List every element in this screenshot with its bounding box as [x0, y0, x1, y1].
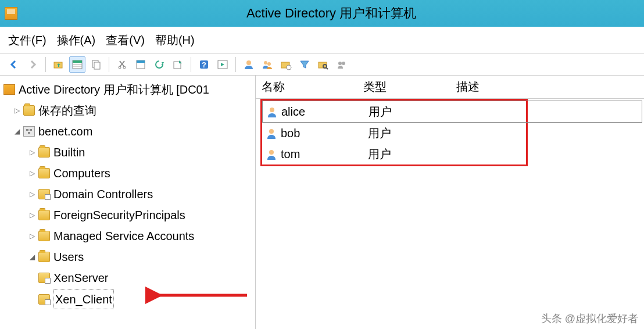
tree-domain[interactable]: ◢ benet.com [2, 121, 253, 142]
tree-saved-queries[interactable]: ▷ 保存的查询 [2, 100, 253, 121]
add-to-group-button[interactable] [334, 56, 350, 73]
refresh-button[interactable] [151, 56, 167, 73]
svg-point-16 [264, 61, 267, 65]
user-icon [266, 127, 277, 139]
ou-icon [38, 273, 50, 283]
toolbar: ? [0, 53, 644, 76]
list-pane[interactable]: 名称 类型 描述 alice 用户 bob 用户 tom 用户 [256, 76, 644, 329]
folder-icon [38, 231, 50, 241]
new-group-button[interactable] [259, 56, 276, 73]
expand-icon[interactable]: ▷ [28, 211, 36, 219]
properties-button[interactable] [133, 56, 149, 73]
titlebar: Active Directory 用户和计算机 [0, 0, 644, 27]
menu-help[interactable]: 帮助(H) [155, 33, 195, 48]
run-button[interactable] [214, 56, 231, 73]
toolbar-separator [109, 57, 109, 72]
tree-users-label: Users [53, 248, 84, 266]
list-row[interactable]: alice 用户 [262, 101, 642, 123]
expand-icon[interactable]: ▷ [13, 106, 21, 115]
tree-managed-service-accounts[interactable]: ▷ Managed Service Accounts [2, 226, 253, 246]
menubar: 文件(F) 操作(A) 查看(V) 帮助(H) [0, 27, 644, 53]
forward-button[interactable] [24, 56, 41, 73]
svg-text:?: ? [202, 60, 206, 69]
svg-point-24 [342, 62, 345, 65]
domain-icon [23, 126, 35, 137]
menu-action[interactable]: 操作(A) [57, 33, 96, 48]
new-user-button[interactable] [241, 56, 257, 73]
expand-icon[interactable]: ▷ [28, 169, 36, 177]
watermark: 头条 @虚拟化爱好者 [541, 312, 638, 326]
list-cell-type: 用户 [368, 103, 461, 120]
menu-file[interactable]: 文件(F) [8, 33, 46, 48]
tree-xenserver[interactable]: XenServer [2, 267, 253, 288]
tree-msa-label: Managed Service Accounts [53, 227, 194, 245]
tree-root-label: Active Directory 用户和计算机 [DC01 [19, 80, 209, 99]
cut-button[interactable] [114, 56, 130, 73]
window-title: Active Directory 用户和计算机 [23, 5, 639, 22]
list-cell-name: alice [281, 103, 368, 120]
svg-point-27 [269, 150, 274, 155]
column-header-type[interactable]: 类型 [363, 79, 456, 95]
list-cell-type: 用户 [368, 125, 461, 141]
tree-root[interactable]: Active Directory 用户和计算机 [DC01 [2, 79, 253, 100]
expand-icon[interactable]: ▷ [28, 232, 36, 240]
list-row[interactable]: tom 用户 [262, 144, 526, 164]
svg-point-26 [269, 129, 274, 134]
back-button[interactable] [6, 56, 22, 73]
list-cell-type: 用户 [368, 146, 461, 162]
ou-icon [38, 294, 50, 305]
list-row[interactable]: bob 用户 [262, 123, 526, 144]
tree-dc-label: Domain Controllers [53, 185, 153, 203]
list-header: 名称 类型 描述 [256, 76, 644, 99]
mmc-icon [3, 84, 15, 95]
svg-point-15 [246, 60, 251, 65]
user-icon [266, 106, 278, 117]
tree-domain-label: benet.com [38, 122, 92, 141]
collapse-icon[interactable]: ◢ [13, 127, 21, 135]
tree-builtin[interactable]: ▷ Builtin [2, 142, 253, 163]
tree-xenclient-label: Xen_Client [53, 289, 114, 309]
up-folder-button[interactable] [51, 56, 67, 73]
tree-foreign-security-principals[interactable]: ▷ ForeignSecurityPrincipals [2, 205, 253, 226]
toolbar-separator [191, 57, 191, 72]
toolbar-separator [235, 57, 236, 72]
ou-icon [38, 189, 50, 199]
export-button[interactable] [170, 56, 186, 73]
folder-icon [23, 105, 35, 116]
find-button[interactable] [315, 56, 331, 73]
svg-point-23 [338, 62, 342, 65]
list-cell-name: bob [281, 125, 368, 141]
help-button[interactable]: ? [196, 56, 212, 73]
svg-rect-2 [73, 60, 82, 63]
tree-fsp-label: ForeignSecurityPrincipals [53, 206, 185, 224]
new-ou-button[interactable] [278, 56, 294, 73]
svg-rect-10 [137, 60, 145, 63]
tree-saved-queries-label: 保存的查询 [38, 101, 96, 120]
column-header-name[interactable]: 名称 [262, 79, 363, 95]
menu-view[interactable]: 查看(V) [106, 33, 145, 48]
tree-pane[interactable]: Active Directory 用户和计算机 [DC01 ▷ 保存的查询 ◢ … [0, 76, 256, 329]
list-cell-name: tom [281, 146, 368, 162]
folder-icon [38, 210, 50, 220]
folder-icon [38, 147, 50, 158]
copy-button[interactable] [88, 56, 104, 73]
tree-computers[interactable]: ▷ Computers [2, 163, 253, 184]
filter-button[interactable] [296, 56, 313, 73]
folder-icon [38, 252, 50, 262]
tree-xenserver-label: XenServer [53, 269, 109, 287]
tree-xenclient[interactable]: Xen_Client [2, 288, 253, 310]
svg-point-17 [267, 62, 271, 66]
folder-icon [38, 168, 50, 178]
column-header-description[interactable]: 描述 [456, 79, 638, 95]
expand-icon[interactable]: ▷ [28, 190, 36, 198]
details-view-button[interactable] [69, 56, 85, 73]
svg-point-19 [287, 65, 291, 70]
expand-icon[interactable]: ▷ [28, 148, 36, 156]
collapse-icon[interactable]: ◢ [28, 253, 36, 261]
app-icon [5, 7, 17, 20]
content-split: Active Directory 用户和计算机 [DC01 ▷ 保存的查询 ◢ … [0, 76, 644, 329]
tree-users[interactable]: ◢ Users [2, 246, 253, 267]
tree-computers-label: Computers [53, 164, 110, 183]
svg-point-25 [270, 108, 274, 112]
tree-domain-controllers[interactable]: ▷ Domain Controllers [2, 184, 253, 205]
